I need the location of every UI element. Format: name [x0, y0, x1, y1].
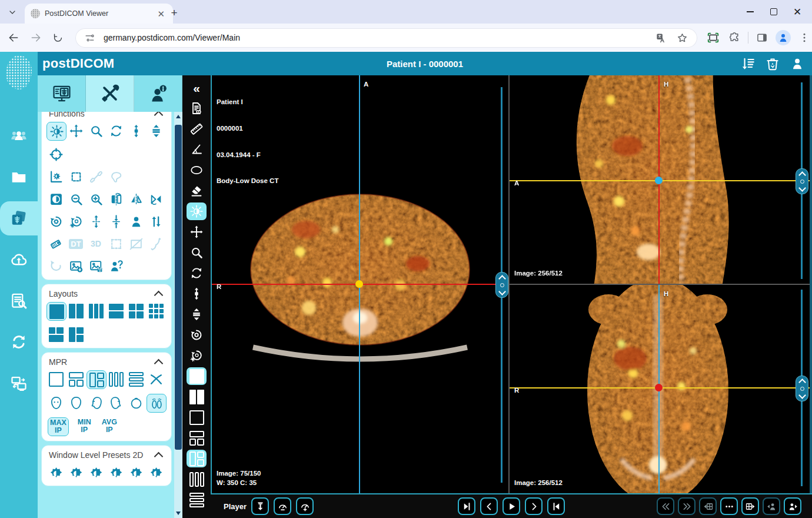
layout-2x1[interactable]: [107, 302, 125, 320]
layout-2top-1bottom[interactable]: [46, 326, 65, 343]
back-button[interactable]: [5, 29, 22, 47]
tab-viewer-display[interactable]: [38, 75, 86, 112]
eraser-button[interactable]: [187, 182, 207, 200]
rotate-button[interactable]: [187, 264, 207, 282]
window-level-button[interactable]: [187, 202, 207, 220]
first-image-button[interactable]: [458, 497, 475, 515]
next-image-button[interactable]: [525, 497, 543, 515]
tool-zoom[interactable]: [86, 122, 105, 140]
wl-preset-2[interactable]: [66, 463, 85, 481]
tool-bone-removal[interactable]: [86, 168, 105, 185]
mpr-head-anterior[interactable]: [46, 394, 65, 411]
ellipse-roi-button[interactable]: [187, 161, 207, 179]
reset-window-level-button[interactable]: [187, 347, 207, 364]
next-series-grid-button[interactable]: [741, 497, 759, 515]
screenshot-icon[interactable]: [705, 30, 721, 45]
user-profile-icon[interactable]: [790, 56, 805, 71]
crosshair-center-dot[interactable]: [655, 177, 663, 184]
ruler-tool-button[interactable]: [187, 120, 207, 138]
tab-tools[interactable]: [86, 75, 134, 112]
wl-preset-4[interactable]: [107, 463, 125, 481]
layout-1left-2right[interactable]: [66, 326, 85, 343]
tool-rotate[interactable]: [107, 122, 125, 140]
window-minimize-button[interactable]: [746, 8, 754, 16]
wl-preset-6[interactable]: [147, 463, 165, 481]
tool-dual-time[interactable]: DT: [66, 235, 85, 253]
mpr-avg-ip[interactable]: AVG IP: [100, 417, 119, 436]
window-close-button[interactable]: ✕: [793, 8, 801, 16]
tool-mirror-horizontal[interactable]: [127, 190, 145, 208]
collapse-panel-button[interactable]: «: [187, 79, 207, 97]
mpr-head-left[interactable]: [86, 394, 105, 411]
tool-scroll[interactable]: [127, 122, 145, 140]
wl-preset-5[interactable]: [127, 463, 145, 481]
tool-probe[interactable]: [147, 235, 165, 253]
collapse-wl-icon[interactable]: [154, 451, 164, 461]
mpr-head-posterior[interactable]: [66, 394, 85, 411]
previous-patient-button[interactable]: [763, 497, 780, 515]
tool-save-image[interactable]: [86, 257, 105, 275]
tool-export-image[interactable]: [66, 257, 85, 275]
reload-button[interactable]: [49, 29, 67, 47]
previous-stack-button[interactable]: [657, 497, 674, 515]
tool-collapse-vertical[interactable]: [107, 212, 125, 230]
mpr-1top-2bottom-button[interactable]: [187, 429, 207, 447]
mpr-head-superior[interactable]: [127, 394, 145, 411]
panel-scrollbar-thumb[interactable]: [175, 125, 182, 450]
tool-mirror-vertical[interactable]: [147, 190, 165, 208]
mpr-1top-2bottom[interactable]: [66, 370, 85, 388]
tool-zoom-in[interactable]: [86, 190, 105, 208]
mpr-3vertical[interactable]: [107, 370, 125, 388]
scroll-up-icon[interactable]: [176, 115, 181, 118]
coronal-pane[interactable]: H R Image: 256/512: [510, 285, 810, 493]
panel-scrollbar[interactable]: [174, 112, 182, 518]
sort-series-icon[interactable]: [740, 56, 756, 71]
mpr-1left-2right-button[interactable]: [187, 450, 207, 467]
tool-zoom-out[interactable]: [66, 190, 85, 208]
tab-search-button[interactable]: [5, 5, 20, 20]
mpr-head-right[interactable]: [107, 394, 125, 411]
sidebar-item-folders[interactable]: [0, 160, 38, 194]
mpr-3horizontal[interactable]: [127, 370, 145, 388]
tab-patient-info[interactable]: [134, 75, 182, 112]
reset-button[interactable]: [187, 326, 207, 344]
tool-3d[interactable]: 3D: [86, 235, 105, 253]
sidebar-item-remote-monitors[interactable]: [0, 366, 38, 400]
stack-slider-handle[interactable]: [796, 376, 808, 401]
zoom-button[interactable]: [187, 244, 207, 261]
tool-tag[interactable]: [46, 235, 65, 253]
sidebar-item-sync[interactable]: [0, 325, 38, 359]
collapse-mpr-icon[interactable]: [154, 358, 164, 368]
previous-series-grid-button[interactable]: [699, 497, 717, 515]
mpr-3horizontal-button[interactable]: [187, 491, 207, 509]
tool-reset[interactable]: [46, 212, 65, 230]
new-tab-button[interactable]: +: [167, 6, 181, 20]
last-image-button[interactable]: [547, 497, 565, 515]
crosshair-center-dot[interactable]: [655, 384, 663, 391]
tool-freehand-region[interactable]: [107, 168, 125, 185]
translate-icon[interactable]: [654, 30, 669, 45]
mpr-single-button[interactable]: [187, 409, 207, 426]
collapse-layouts-icon[interactable]: [154, 290, 164, 300]
layout-3x3[interactable]: [147, 302, 165, 320]
mpr-feet-inferior[interactable]: [147, 394, 167, 413]
sidebar-item-patient-groups[interactable]: [0, 119, 38, 153]
tool-pan[interactable]: [66, 122, 85, 140]
tool-patient-question[interactable]: [107, 257, 125, 275]
mpr-max-ip[interactable]: MAX IP: [48, 417, 69, 436]
previous-image-button[interactable]: [480, 497, 498, 515]
tool-localizer[interactable]: [46, 145, 65, 163]
tool-swap-order[interactable]: [147, 212, 165, 230]
crosshair-center-dot[interactable]: [355, 280, 363, 288]
tool-selection-handles[interactable]: [107, 235, 125, 253]
browser-tab[interactable]: PostDICOM Viewer ✕: [25, 4, 173, 24]
mpr-3vertical-button[interactable]: [187, 470, 207, 488]
tool-stack[interactable]: [147, 122, 165, 140]
tool-wl-histogram[interactable]: [46, 168, 65, 185]
layout-1x2-button[interactable]: [187, 388, 207, 406]
trash-icon[interactable]: [765, 56, 780, 71]
next-stack-button[interactable]: [678, 497, 695, 515]
tool-flip-horizontal[interactable]: [107, 190, 125, 208]
tool-reset-window-level[interactable]: [66, 212, 85, 230]
mpr-1left-2right[interactable]: [86, 370, 107, 389]
